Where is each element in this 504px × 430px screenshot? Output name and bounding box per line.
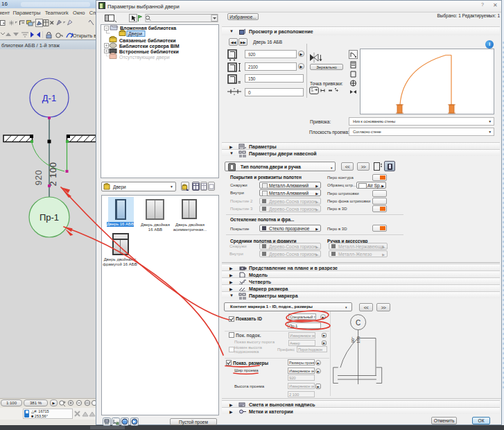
svg-text:90°: 90°	[351, 336, 355, 343]
svg-text:Вложенная библиотека: Вложенная библиотека	[120, 26, 176, 31]
svg-text:Связанные библиотеки: Связанные библиотеки	[119, 38, 176, 43]
svg-text:Двери: Двери	[128, 31, 142, 37]
svg-text:2 100: 2 100	[48, 162, 58, 186]
svg-text:150: 150	[356, 336, 360, 343]
svg-text:Отсутствующие двери: Отсутствующие двери	[119, 55, 170, 60]
svg-text:Пр-1: Пр-1	[40, 212, 59, 223]
svg-text:Встроенные библиотеки: Встроенные библиотеки	[119, 49, 179, 55]
svg-text:C: C	[356, 319, 360, 327]
svg-text:Открыть вс: Открыть вс	[73, 33, 96, 39]
svg-text:Библиотеки сервера BIM: Библиотеки сервера BIM	[119, 44, 180, 49]
svg-text:920: 920	[34, 170, 44, 185]
svg-text:Д-1: Д-1	[42, 93, 56, 103]
